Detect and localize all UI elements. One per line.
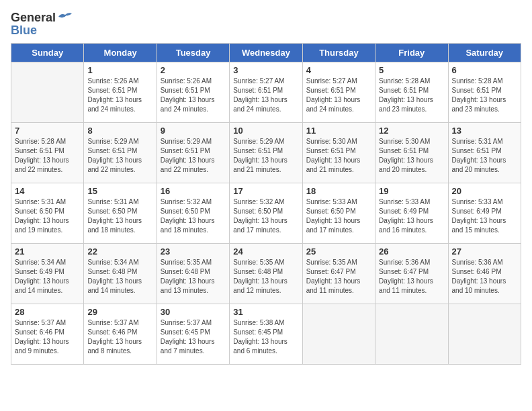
sunset-label: Sunset: 6:50 PM: [233, 208, 283, 215]
sunrise-label: Sunrise: 5:28 AM: [452, 77, 503, 85]
day-info: Sunrise: 5:30 AMSunset: 6:51 PMDaylight:…: [306, 137, 371, 175]
calendar-day-cell: 9Sunrise: 5:29 AMSunset: 6:51 PMDaylight…: [157, 123, 229, 183]
day-info: Sunrise: 5:28 AMSunset: 6:51 PMDaylight:…: [452, 77, 517, 114]
day-info: Sunrise: 5:33 AMSunset: 6:49 PMDaylight:…: [452, 197, 517, 235]
daylight-label: Daylight: 13 hours and 7 minutes.: [161, 338, 215, 355]
daylight-label: Daylight: 13 hours and 8 minutes.: [87, 338, 142, 355]
day-info: Sunrise: 5:37 AMSunset: 6:46 PMDaylight:…: [87, 318, 152, 356]
sunset-label: Sunset: 6:48 PM: [233, 268, 283, 275]
day-number: 21: [15, 246, 80, 257]
day-of-week-header: Tuesday: [157, 44, 229, 62]
day-number: 24: [233, 246, 298, 257]
sunrise-label: Sunrise: 5:38 AM: [233, 319, 284, 326]
day-number: 12: [379, 126, 444, 136]
calendar-day-cell: 8Sunrise: 5:29 AMSunset: 6:51 PMDaylight…: [84, 123, 157, 183]
daylight-label: Daylight: 13 hours and 21 minutes.: [306, 156, 361, 173]
day-info: Sunrise: 5:26 AMSunset: 6:51 PMDaylight:…: [161, 77, 226, 114]
sunset-label: Sunset: 6:51 PM: [379, 147, 429, 154]
daylight-label: Daylight: 13 hours and 12 minutes.: [233, 277, 287, 294]
day-info: Sunrise: 5:32 AMSunset: 6:50 PMDaylight:…: [161, 197, 226, 235]
logo: General Blue: [11, 11, 72, 38]
day-info: Sunrise: 5:29 AMSunset: 6:51 PMDaylight:…: [87, 137, 152, 175]
calendar-day-cell: 25Sunrise: 5:35 AMSunset: 6:47 PMDayligh…: [302, 244, 375, 304]
day-number: 9: [161, 126, 226, 136]
sunset-label: Sunset: 6:51 PM: [87, 87, 137, 94]
sunset-label: Sunset: 6:51 PM: [306, 87, 356, 94]
day-number: 23: [161, 246, 226, 257]
day-number: 2: [161, 65, 226, 75]
day-info: Sunrise: 5:37 AMSunset: 6:45 PMDaylight:…: [161, 318, 226, 356]
sunset-label: Sunset: 6:51 PM: [452, 87, 502, 94]
daylight-label: Daylight: 13 hours and 22 minutes.: [87, 156, 142, 173]
calendar-day-cell: 19Sunrise: 5:33 AMSunset: 6:49 PMDayligh…: [375, 183, 448, 244]
day-info: Sunrise: 5:27 AMSunset: 6:51 PMDaylight:…: [233, 77, 298, 114]
sunset-label: Sunset: 6:46 PM: [452, 268, 502, 275]
daylight-label: Daylight: 13 hours and 9 minutes.: [15, 338, 69, 355]
day-number: 1: [87, 65, 152, 75]
sunrise-label: Sunrise: 5:33 AM: [452, 198, 503, 205]
sunset-label: Sunset: 6:51 PM: [161, 87, 210, 94]
calendar-day-cell: 18Sunrise: 5:33 AMSunset: 6:50 PMDayligh…: [302, 183, 375, 244]
sunrise-label: Sunrise: 5:35 AM: [306, 259, 357, 266]
calendar-day-cell: 6Sunrise: 5:28 AMSunset: 6:51 PMDaylight…: [448, 62, 521, 123]
day-info: Sunrise: 5:27 AMSunset: 6:51 PMDaylight:…: [306, 77, 371, 114]
daylight-label: Daylight: 13 hours and 24 minutes.: [233, 96, 287, 113]
daylight-label: Daylight: 13 hours and 17 minutes.: [233, 217, 287, 234]
daylight-label: Daylight: 13 hours and 23 minutes.: [379, 96, 433, 113]
daylight-label: Daylight: 13 hours and 18 minutes.: [161, 217, 215, 234]
day-number: 6: [452, 65, 517, 75]
day-number: 8: [87, 126, 152, 136]
calendar-day-cell: [375, 304, 448, 365]
day-number: 27: [452, 246, 517, 257]
day-info: Sunrise: 5:35 AMSunset: 6:48 PMDaylight:…: [161, 258, 226, 295]
sunset-label: Sunset: 6:51 PM: [452, 147, 502, 154]
sunset-label: Sunset: 6:45 PM: [233, 328, 283, 336]
logo-bird-icon: [57, 11, 72, 24]
sunrise-label: Sunrise: 5:32 AM: [161, 198, 212, 205]
daylight-label: Daylight: 13 hours and 17 minutes.: [306, 217, 361, 234]
daylight-label: Daylight: 13 hours and 16 minutes.: [379, 217, 433, 234]
calendar-week-row: 14Sunrise: 5:31 AMSunset: 6:50 PMDayligh…: [11, 183, 521, 244]
calendar-day-cell: 22Sunrise: 5:34 AMSunset: 6:48 PMDayligh…: [84, 244, 157, 304]
calendar-day-cell: 29Sunrise: 5:37 AMSunset: 6:46 PMDayligh…: [84, 304, 157, 365]
sunset-label: Sunset: 6:51 PM: [15, 147, 64, 154]
day-of-week-header: Friday: [375, 44, 448, 62]
calendar-day-cell: 20Sunrise: 5:33 AMSunset: 6:49 PMDayligh…: [448, 183, 521, 244]
day-info: Sunrise: 5:32 AMSunset: 6:50 PMDaylight:…: [233, 197, 298, 235]
day-number: 3: [233, 65, 298, 75]
calendar-day-cell: 3Sunrise: 5:27 AMSunset: 6:51 PMDaylight…: [230, 62, 302, 123]
day-info: Sunrise: 5:38 AMSunset: 6:45 PMDaylight:…: [233, 318, 298, 356]
day-of-week-header: Wednesday: [230, 44, 302, 62]
calendar-day-cell: 30Sunrise: 5:37 AMSunset: 6:45 PMDayligh…: [157, 304, 229, 365]
daylight-label: Daylight: 13 hours and 21 minutes.: [233, 156, 287, 173]
day-info: Sunrise: 5:34 AMSunset: 6:48 PMDaylight:…: [87, 258, 152, 295]
daylight-label: Daylight: 13 hours and 11 minutes.: [379, 277, 433, 294]
sunset-label: Sunset: 6:50 PM: [87, 208, 137, 215]
day-number: 7: [15, 126, 80, 136]
daylight-label: Daylight: 13 hours and 24 minutes.: [306, 96, 361, 113]
day-number: 10: [233, 126, 298, 136]
calendar-day-cell: 14Sunrise: 5:31 AMSunset: 6:50 PMDayligh…: [11, 183, 84, 244]
sunset-label: Sunset: 6:47 PM: [379, 268, 429, 275]
daylight-label: Daylight: 13 hours and 19 minutes.: [15, 217, 69, 234]
sunset-label: Sunset: 6:46 PM: [87, 328, 137, 336]
sunset-label: Sunset: 6:47 PM: [306, 268, 356, 275]
calendar-day-cell: 23Sunrise: 5:35 AMSunset: 6:48 PMDayligh…: [157, 244, 229, 304]
sunset-label: Sunset: 6:51 PM: [233, 147, 283, 154]
calendar-day-cell: 21Sunrise: 5:34 AMSunset: 6:49 PMDayligh…: [11, 244, 84, 304]
sunset-label: Sunset: 6:49 PM: [452, 208, 502, 215]
sunrise-label: Sunrise: 5:30 AM: [306, 138, 357, 145]
calendar-day-cell: [448, 304, 521, 365]
daylight-label: Daylight: 13 hours and 11 minutes.: [306, 277, 361, 294]
day-number: 31: [233, 307, 298, 317]
day-of-week-header: Monday: [84, 44, 157, 62]
sunrise-label: Sunrise: 5:33 AM: [306, 198, 357, 205]
day-info: Sunrise: 5:28 AMSunset: 6:51 PMDaylight:…: [379, 77, 444, 114]
calendar-day-cell: 17Sunrise: 5:32 AMSunset: 6:50 PMDayligh…: [230, 183, 302, 244]
calendar-day-cell: 16Sunrise: 5:32 AMSunset: 6:50 PMDayligh…: [157, 183, 229, 244]
sunrise-label: Sunrise: 5:35 AM: [233, 259, 284, 266]
day-of-week-header: Saturday: [448, 44, 521, 62]
daylight-label: Daylight: 13 hours and 22 minutes.: [15, 156, 69, 173]
sunrise-label: Sunrise: 5:36 AM: [452, 259, 503, 266]
day-number: 18: [306, 186, 371, 196]
